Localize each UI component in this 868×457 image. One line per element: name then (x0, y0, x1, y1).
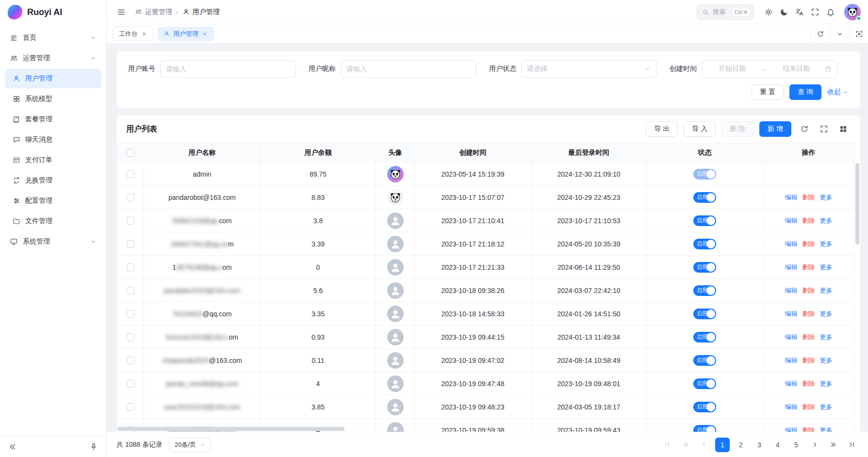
account-input[interactable] (160, 60, 296, 78)
row-checkbox[interactable] (127, 194, 134, 201)
breadcrumb-item-operations[interactable]: 运营管理 (135, 8, 172, 16)
add-button[interactable]: 新 增 (759, 121, 791, 137)
tab-user-management[interactable]: 用户管理 (157, 27, 214, 41)
row-checkbox[interactable] (127, 170, 134, 178)
sidebar-item-file-management[interactable]: 文件管理 (5, 212, 101, 231)
edit-link[interactable]: 编辑 (785, 333, 798, 342)
page-button-4[interactable]: 4 (770, 438, 785, 452)
page-size-select[interactable]: 20条/页 (169, 438, 211, 452)
vertical-scrollbar[interactable] (855, 163, 859, 427)
delete-link[interactable]: 删除 (802, 263, 815, 272)
status-select[interactable]: 请选择 (521, 60, 657, 78)
delete-link[interactable]: 删除 (802, 240, 815, 248)
row-checkbox[interactable] (127, 310, 134, 318)
more-link[interactable]: 更多 (820, 310, 833, 318)
delete-link[interactable]: 删除 (802, 333, 815, 342)
status-toggle[interactable]: 启用 (693, 402, 716, 412)
refresh-icon-button[interactable] (797, 122, 812, 136)
row-checkbox[interactable] (127, 403, 134, 411)
more-link[interactable]: 更多 (820, 193, 833, 202)
sidebar-item-payment-orders[interactable]: 支付订单 (5, 150, 101, 170)
row-checkbox[interactable] (127, 357, 134, 364)
page-button-1[interactable]: 1 (715, 438, 730, 452)
close-icon[interactable] (202, 31, 208, 37)
status-toggle[interactable]: 启用 (693, 192, 716, 203)
date-range-input[interactable]: 开始日期 → 结束日期 (702, 60, 837, 78)
more-link[interactable]: 更多 (820, 403, 833, 411)
fullscreen-icon[interactable] (808, 5, 822, 19)
more-link[interactable]: 更多 (820, 286, 833, 295)
double-chevron-left-button[interactable] (678, 438, 693, 452)
edit-link[interactable]: 编辑 (785, 286, 798, 295)
horizontal-scrollbar-thumb[interactable] (117, 427, 344, 431)
export-button[interactable]: 导 出 (646, 121, 678, 137)
fullscreen-icon-button[interactable] (817, 122, 831, 136)
nickname-input[interactable] (341, 60, 476, 78)
refresh-icon[interactable] (810, 24, 830, 43)
user-avatar[interactable] (844, 4, 861, 20)
select-all-checkbox[interactable] (127, 149, 134, 157)
edit-link[interactable]: 编辑 (785, 263, 798, 272)
chevron-right-button[interactable] (807, 438, 822, 452)
expand-icon[interactable] (849, 24, 868, 43)
more-link[interactable]: 更多 (820, 379, 833, 388)
row-checkbox[interactable] (127, 380, 134, 388)
page-button-5[interactable]: 5 (789, 438, 803, 452)
more-link[interactable]: 更多 (820, 356, 833, 365)
collapse-filters-link[interactable]: 收起 (827, 88, 849, 97)
status-toggle[interactable]: 启用 (693, 169, 716, 180)
pin-sidebar-button[interactable] (87, 440, 100, 454)
edit-link[interactable]: 编辑 (785, 356, 798, 365)
first-page-button[interactable] (660, 438, 674, 452)
app-logo[interactable]: Ruoyi AI (0, 0, 106, 24)
sidebar-item-operations[interactable]: 运营管理 (5, 49, 101, 68)
chevron-down-icon[interactable] (830, 24, 849, 43)
delete-link[interactable]: 删除 (802, 286, 815, 295)
vertical-scrollbar-thumb[interactable] (855, 163, 859, 245)
status-toggle[interactable]: 启用 (693, 355, 716, 366)
status-toggle[interactable]: 启用 (693, 262, 716, 273)
more-link[interactable]: 更多 (820, 240, 833, 248)
sidebar-item-system[interactable]: 系统管理 (5, 232, 101, 251)
horizontal-scrollbar[interactable] (117, 427, 849, 431)
status-toggle[interactable]: 启用 (693, 285, 716, 296)
row-checkbox[interactable] (127, 263, 134, 271)
sidebar-item-package-management[interactable]: 套餐管理 (5, 110, 101, 129)
sidebar-item-config-management[interactable]: 配置管理 (5, 191, 101, 211)
import-button[interactable]: 导 入 (684, 121, 716, 137)
edit-link[interactable]: 编辑 (785, 240, 798, 248)
delete-link[interactable]: 删除 (802, 356, 815, 365)
delete-link[interactable]: 删除 (802, 310, 815, 318)
status-toggle[interactable]: 启用 (693, 309, 716, 319)
sidebar-item-redeem-management[interactable]: 兑换管理 (5, 171, 101, 190)
delete-link[interactable]: 删除 (802, 216, 815, 225)
status-toggle[interactable]: 启用 (693, 332, 716, 343)
delete-link[interactable]: 删除 (802, 193, 815, 202)
more-link[interactable]: 更多 (820, 216, 833, 225)
sidebar-item-user-management[interactable]: 用户管理 (5, 69, 101, 88)
edit-link[interactable]: 编辑 (785, 379, 798, 388)
delete-button[interactable]: 删 除 (721, 121, 753, 137)
search-button[interactable]: 查 询 (789, 84, 821, 100)
edit-link[interactable]: 编辑 (785, 193, 798, 202)
row-checkbox[interactable] (127, 240, 134, 248)
page-button-3[interactable]: 3 (752, 438, 767, 452)
sidebar-item-system-model[interactable]: 系统模型 (5, 89, 101, 109)
row-checkbox[interactable] (127, 333, 134, 341)
menu-toggle-button[interactable] (115, 5, 128, 19)
breadcrumb-item-users[interactable]: 用户管理 (182, 8, 220, 16)
collapse-sidebar-button[interactable] (6, 440, 19, 454)
sidebar-item-home[interactable]: 首页 (5, 28, 101, 48)
edit-link[interactable]: 编辑 (785, 403, 798, 411)
status-toggle[interactable]: 启用 (693, 378, 716, 389)
row-checkbox[interactable] (127, 287, 134, 294)
edit-link[interactable]: 编辑 (785, 216, 798, 225)
notification-icon[interactable] (824, 5, 837, 19)
settings-icon[interactable] (762, 5, 775, 19)
more-link[interactable]: 更多 (820, 333, 833, 342)
columns-icon-button[interactable] (836, 122, 851, 136)
delete-link[interactable]: 删除 (802, 403, 815, 411)
edit-link[interactable]: 编辑 (785, 310, 798, 318)
translate-icon[interactable] (793, 5, 806, 19)
chevron-left-button[interactable] (697, 438, 711, 452)
